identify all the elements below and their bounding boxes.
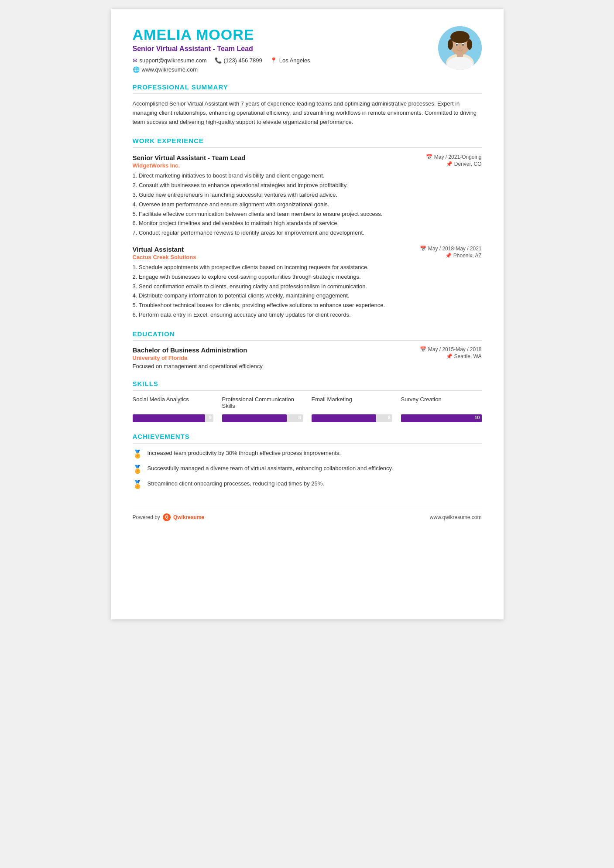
header-left: AMELIA MOORE Senior Virtual Assistant - … [133, 26, 310, 73]
skill-name-1: Social Media Analytics [133, 396, 213, 412]
job-date-1: 📅 May / 2021-Ongoing [426, 154, 482, 160]
skill-score-3: 8 [388, 415, 390, 420]
bullet-2-6: 6. Perform data entry in Excel, ensuring… [133, 311, 482, 320]
job-header-1: Senior Virtual Assistant - Team Lead Wid… [133, 154, 482, 169]
skill-score-2: 8 [298, 415, 301, 420]
job-bullets-1: 1. Direct marketing initiatives to boost… [133, 171, 482, 238]
job-bullets-2: 1. Schedule appointments with prospectiv… [133, 263, 482, 320]
resume-container: AMELIA MOORE Senior Virtual Assistant - … [111, 9, 504, 619]
achievements-title: ACHIEVEMENTS [133, 433, 482, 444]
edu-header-1: Bachelor of Business Administration Univ… [133, 346, 482, 361]
company-name-1: WidgetWorks Inc. [133, 162, 246, 169]
svg-point-5 [450, 31, 470, 43]
footer-left: Powered by Q Qwikresume [133, 513, 205, 521]
job-date-2: 📅 May / 2018-May / 2021 [420, 246, 482, 252]
bullet-1-7: 7. Conduct regular performance reviews t… [133, 229, 482, 238]
skill-name-2: Professional Communication Skills [222, 396, 303, 412]
achievement-text-2: Successfully managed a diverse team of v… [147, 464, 393, 473]
bullet-2-4: 4. Distribute company information to pot… [133, 291, 482, 301]
edu-description-1: Focused on management and operational ef… [133, 363, 482, 369]
svg-point-10 [456, 44, 458, 46]
skills-grid: Social Media Analytics 9 Professional Co… [133, 396, 482, 422]
skills-title: SKILLS [133, 380, 482, 391]
skills-section: SKILLS Social Media Analytics 9 Professi… [133, 380, 482, 422]
edu-school-1: University of Florida [133, 355, 247, 361]
skill-score-4: 10 [474, 415, 480, 420]
edu-date-1: 📅 May / 2015-May / 2018 [420, 346, 482, 352]
skill-item-1: Social Media Analytics 9 [133, 396, 213, 422]
achievement-item-3: 🏅 Streamlined client onboarding processe… [133, 479, 482, 489]
candidate-name: AMELIA MOORE [133, 26, 310, 43]
skill-bar-bg-3: 8 [312, 414, 392, 422]
job-header-2: Virtual Assistant Cactus Creek Solutions… [133, 246, 482, 260]
skill-bar-bg-2: 8 [222, 414, 303, 422]
contact-row: ✉ support@qwikresume.com 📞 (123) 456 789… [133, 57, 310, 64]
job-left-2: Virtual Assistant Cactus Creek Solutions [133, 246, 196, 260]
job-title-1: Senior Virtual Assistant - Team Lead [133, 154, 246, 161]
calendar-icon-edu: 📅 [420, 346, 426, 352]
pin-icon-1: 📌 [446, 161, 453, 167]
pin-icon-2: 📌 [445, 253, 452, 259]
job-meta-2: 📅 May / 2018-May / 2021 📌 Phoenix, AZ [420, 246, 482, 259]
bullet-1-4: 4. Oversee team performance and ensure a… [133, 200, 482, 209]
avatar [438, 26, 482, 70]
phone-item: 📞 (123) 456 7899 [215, 57, 262, 64]
job-location-1: 📌 Denver, CO [426, 161, 482, 167]
company-name-2: Cactus Creek Solutions [133, 254, 196, 260]
brand-name: Qwikresume [173, 514, 204, 520]
achievement-text-3: Streamlined client onboarding processes,… [147, 479, 324, 488]
resume-footer: Powered by Q Qwikresume www.qwikresume.c… [133, 507, 482, 521]
work-experience-section: WORK EXPERIENCE Senior Virtual Assistant… [133, 137, 482, 319]
candidate-title: Senior Virtual Assistant - Team Lead [133, 45, 310, 53]
professional-summary-section: PROFESSIONAL SUMMARY Accomplished Senior… [133, 83, 482, 126]
achievement-icon-1: 🏅 [133, 449, 142, 459]
education-section: EDUCATION Bachelor of Business Administr… [133, 330, 482, 369]
location-value: Los Angeles [279, 57, 310, 64]
skill-item-2: Professional Communication Skills 8 [222, 396, 303, 422]
edu-meta-1: 📅 May / 2015-May / 2018 📌 Seattle, WA [420, 346, 482, 359]
achievement-icon-2: 🏅 [133, 465, 142, 474]
bullet-2-2: 2. Engage with businesses to explore cos… [133, 273, 482, 282]
achievements-section: ACHIEVEMENTS 🏅 Increased team productivi… [133, 433, 482, 489]
website-row: 🌐 www.qwikresume.com [133, 66, 310, 73]
powered-by-text: Powered by [133, 514, 160, 520]
bullet-1-2: 2. Consult with businesses to enhance op… [133, 181, 482, 190]
skill-bar-bg-1: 9 [133, 414, 213, 422]
svg-point-6 [448, 39, 453, 50]
svg-point-12 [459, 48, 461, 49]
qwik-logo-icon: Q [163, 513, 171, 521]
email-value: support@qwikresume.com [140, 57, 207, 64]
location-icon: 📍 [270, 57, 277, 64]
skill-item-3: Email Marketing 8 [312, 396, 392, 422]
job-meta-1: 📅 May / 2021-Ongoing 📌 Denver, CO [426, 154, 482, 167]
work-experience-title: WORK EXPERIENCE [133, 137, 482, 148]
edu-degree-1: Bachelor of Business Administration [133, 346, 247, 354]
professional-summary-text: Accomplished Senior Virtual Assistant wi… [133, 99, 482, 126]
achievement-item-2: 🏅 Successfully managed a diverse team of… [133, 464, 482, 474]
bullet-1-3: 3. Guide new entrepreneurs in launching … [133, 191, 482, 200]
achievement-text-1: Increased team productivity by 30% throu… [147, 449, 341, 458]
calendar-icon-1: 📅 [426, 154, 432, 160]
skill-item-4: Survey Creation 10 [401, 396, 482, 422]
website-value: www.qwikresume.com [142, 66, 198, 73]
footer-website: www.qwikresume.com [430, 514, 482, 520]
edu-item-1: Bachelor of Business Administration Univ… [133, 346, 482, 369]
phone-icon: 📞 [215, 57, 222, 64]
skill-bar-fill-2 [222, 414, 287, 422]
achievement-item-1: 🏅 Increased team productivity by 30% thr… [133, 449, 482, 459]
job-location-2: 📌 Phoenix, AZ [420, 253, 482, 259]
skill-bar-fill-1 [133, 414, 206, 422]
calendar-icon-2: 📅 [420, 246, 426, 252]
skill-bar-fill-4 [401, 414, 482, 422]
location-item: 📍 Los Angeles [270, 57, 310, 64]
skill-score-1: 9 [209, 415, 211, 420]
skill-name-4: Survey Creation [401, 396, 482, 412]
edu-left-1: Bachelor of Business Administration Univ… [133, 346, 247, 361]
job-item-1: Senior Virtual Assistant - Team Lead Wid… [133, 154, 482, 238]
web-icon: 🌐 [133, 66, 140, 73]
bullet-2-1: 1. Schedule appointments with prospectiv… [133, 263, 482, 272]
skill-bar-fill-3 [312, 414, 376, 422]
skill-name-3: Email Marketing [312, 396, 392, 412]
professional-summary-title: PROFESSIONAL SUMMARY [133, 83, 482, 94]
phone-value: (123) 456 7899 [224, 57, 262, 64]
